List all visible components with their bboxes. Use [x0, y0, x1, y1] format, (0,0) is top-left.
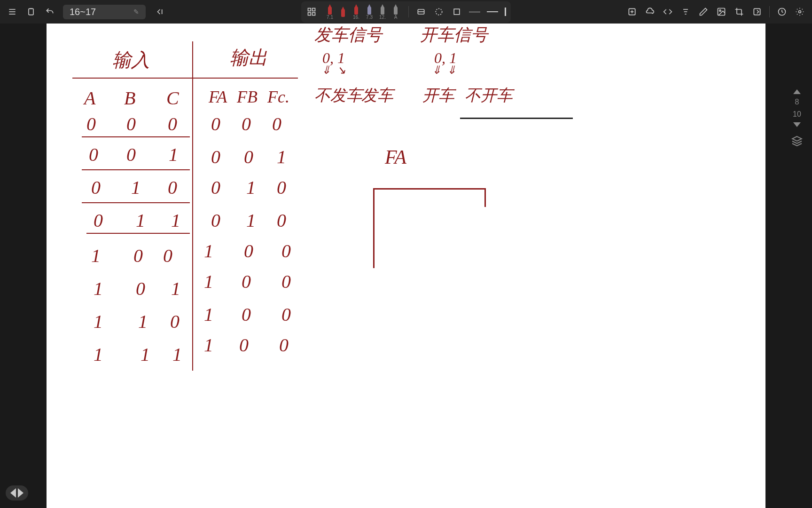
- arrow-down-icon: ⇓ ↘: [321, 64, 346, 77]
- table-row-line: [82, 169, 190, 170]
- cell: 0: [91, 176, 101, 198]
- pen-1[interactable]: 7.1: [324, 3, 336, 21]
- svg-rect-6: [312, 8, 315, 11]
- whiteboard-page[interactable]: 输入 输出 A B C FA FB Fc. 0 0 0 0 0 0 0 0 1 …: [47, 24, 765, 508]
- cell: 1: [204, 240, 213, 262]
- collapse-left-button[interactable]: [150, 3, 167, 20]
- eraser-button[interactable]: [413, 3, 429, 20]
- undo-button[interactable]: [41, 3, 58, 20]
- cell: 1: [171, 278, 180, 300]
- cell: 0: [163, 245, 172, 267]
- cell: 0: [211, 209, 220, 231]
- header-output: 输出: [230, 45, 267, 71]
- code-button[interactable]: [659, 3, 676, 20]
- divider: [408, 6, 409, 17]
- pen-4[interactable]: 7.3: [363, 3, 375, 21]
- cell: 0: [242, 303, 251, 325]
- arrow-down-icon: ⇓ ⇓: [432, 64, 456, 77]
- cell: 0: [133, 245, 143, 267]
- bottom-nav: [6, 485, 28, 500]
- page-range-chip[interactable]: 16~17 ✎: [63, 5, 146, 19]
- cell: 1: [204, 334, 213, 356]
- cell: 1: [246, 209, 256, 231]
- prev-button[interactable]: [10, 488, 16, 498]
- grid-view-button[interactable]: [303, 3, 320, 20]
- cell: 1: [136, 209, 145, 231]
- menu-button[interactable]: [4, 3, 21, 20]
- stroke-thin[interactable]: [466, 9, 483, 15]
- cell: 0: [277, 176, 286, 198]
- fa-label: FA: [385, 146, 406, 168]
- table-row-line: [82, 136, 190, 137]
- svg-rect-3: [29, 8, 33, 15]
- clipboard-button[interactable]: [23, 3, 39, 20]
- page-up-button[interactable]: [793, 89, 801, 94]
- table-hline: [72, 78, 298, 79]
- page-total: 10: [793, 110, 801, 119]
- table-vline: [192, 41, 193, 371]
- pen-2[interactable]: [337, 6, 349, 18]
- pen-toolbar: 7.1 16. 7.3 12. A: [301, 1, 511, 23]
- cell: 0: [170, 310, 180, 333]
- lasso-button[interactable]: [430, 3, 447, 20]
- pen-3[interactable]: 16.: [350, 3, 362, 21]
- page-range-text: 16~17: [70, 7, 96, 17]
- cell: 0: [244, 240, 253, 262]
- note2-title: 开车信号: [420, 24, 488, 47]
- layers-button[interactable]: [791, 135, 803, 147]
- cell: 0: [242, 270, 251, 293]
- black-line: [460, 118, 573, 119]
- cell: 0: [281, 270, 291, 293]
- export-button[interactable]: [749, 3, 765, 20]
- sort-button[interactable]: [677, 3, 694, 20]
- bracket-right: [484, 188, 486, 207]
- cell: 1: [94, 343, 103, 365]
- cell: 0: [244, 146, 253, 168]
- svg-rect-7: [308, 13, 311, 16]
- pen-6[interactable]: A: [390, 3, 402, 21]
- col-A: A: [84, 87, 95, 109]
- note1-a: 不发车: [314, 85, 362, 106]
- cell: 0: [168, 176, 177, 198]
- page-down-button[interactable]: [793, 122, 801, 127]
- add-page-button[interactable]: [624, 3, 640, 20]
- cell: 0: [126, 143, 136, 166]
- svg-point-23: [799, 11, 801, 13]
- svg-rect-21: [754, 8, 760, 15]
- crop-button[interactable]: [731, 3, 748, 20]
- cell: 0: [94, 209, 103, 231]
- edit-button[interactable]: [695, 3, 712, 20]
- pen-icon: [378, 4, 387, 15]
- cloud-button[interactable]: [641, 3, 658, 20]
- cell: 1: [169, 143, 178, 166]
- svg-rect-12: [454, 9, 460, 15]
- pen-icon: [365, 4, 374, 15]
- side-page-nav: 8 10: [788, 89, 806, 147]
- cell: 0: [279, 334, 289, 356]
- cell: 0: [211, 113, 220, 135]
- stroke-med[interactable]: [484, 8, 501, 15]
- header-input: 输入: [112, 47, 150, 73]
- cell: 0: [281, 240, 291, 262]
- page-current: 8: [795, 98, 799, 106]
- next-button[interactable]: [18, 488, 23, 498]
- image-button[interactable]: [713, 3, 730, 20]
- pen-5[interactable]: 12.: [376, 3, 389, 21]
- cell: 1: [204, 303, 213, 325]
- cell: 1: [131, 176, 141, 198]
- note2-a: 开车: [422, 85, 454, 106]
- toolbar-right: [624, 3, 808, 20]
- bracket-left: [373, 188, 375, 268]
- svg-point-20: [719, 10, 721, 11]
- edit-icon: ✎: [133, 8, 139, 16]
- cell: 0: [168, 113, 177, 135]
- cell: 0: [86, 113, 96, 135]
- stroke-vertical[interactable]: [502, 5, 509, 19]
- settings-button[interactable]: [791, 3, 808, 20]
- canvas-area: 输入 输出 A B C FA FB Fc. 0 0 0 0 0 0 0 0 1 …: [0, 24, 812, 508]
- svg-rect-5: [308, 8, 311, 11]
- clock-button[interactable]: [773, 3, 790, 20]
- cell: 1: [246, 176, 256, 198]
- shape-button[interactable]: [448, 3, 465, 20]
- cell: 0: [211, 146, 220, 168]
